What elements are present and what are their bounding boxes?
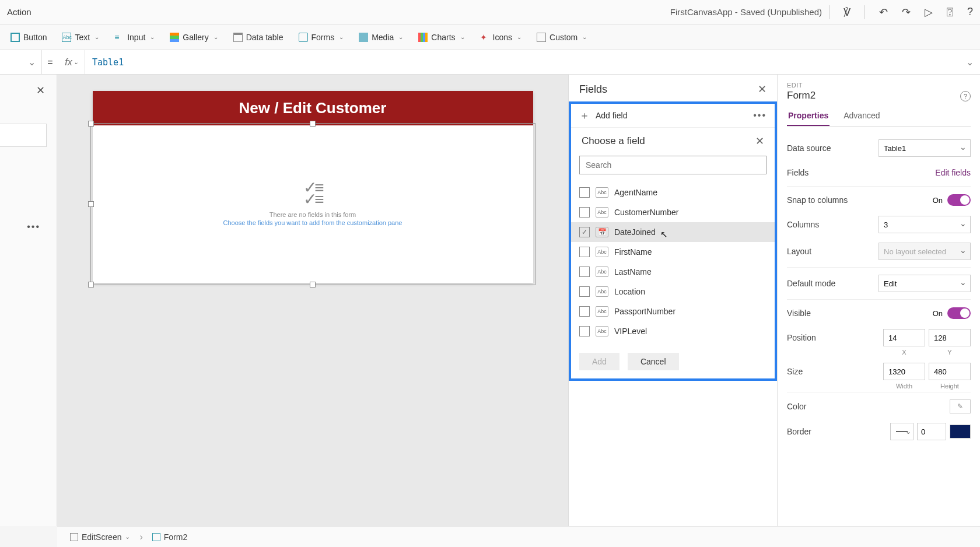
text-type-icon: Abc bbox=[596, 247, 608, 257]
text-type-icon: Abc bbox=[596, 267, 608, 277]
screen-icon bbox=[70, 533, 78, 541]
tab-properties[interactable]: Properties bbox=[787, 108, 830, 126]
position-label: Position bbox=[787, 333, 816, 342]
layout-select: No layout selected bbox=[878, 243, 971, 260]
size-width-input[interactable] bbox=[883, 363, 925, 380]
checkbox[interactable] bbox=[579, 267, 590, 277]
panel-help-icon[interactable]: ? bbox=[960, 91, 971, 101]
input-insert[interactable]: ≡Input⌄ bbox=[108, 29, 160, 45]
formula-bar: ⌄ = fx⌄ Table1 ⌄ bbox=[0, 50, 980, 75]
field-item-viplevel[interactable]: Abc VIPLevel bbox=[571, 321, 775, 341]
checkbox[interactable] bbox=[579, 207, 590, 218]
fields-pane: Fields ✕ ＋ Add field ••• Choose a field … bbox=[568, 75, 777, 526]
defaultmode-select[interactable]: Edit bbox=[878, 275, 971, 292]
redo-icon[interactable]: ↷ bbox=[902, 6, 911, 19]
custom-insert[interactable]: Custom⌄ bbox=[531, 29, 593, 45]
help-icon[interactable]: ? bbox=[967, 6, 973, 18]
tab-advanced[interactable]: Advanced bbox=[842, 108, 881, 126]
add-field-button[interactable]: Add field bbox=[596, 111, 753, 120]
columns-select[interactable]: 3 bbox=[878, 216, 971, 233]
add-field-more-icon[interactable]: ••• bbox=[753, 110, 766, 121]
diagnostics-icon[interactable]: ℣ bbox=[844, 6, 850, 19]
tree-view-panel: ✕ ••• bbox=[0, 75, 57, 526]
undo-icon[interactable]: ↶ bbox=[879, 6, 888, 19]
datatable-insert[interactable]: Data table bbox=[228, 29, 289, 45]
property-selector[interactable]: ⌄ bbox=[0, 50, 42, 74]
field-item-agentname[interactable]: Abc AgentName bbox=[571, 183, 775, 202]
share-icon[interactable]: ⍰ bbox=[947, 6, 953, 18]
field-item-location[interactable]: Abc Location bbox=[571, 282, 775, 301]
button-insert[interactable]: Button bbox=[5, 29, 52, 45]
field-item-lastname[interactable]: Abc LastName bbox=[571, 262, 775, 282]
field-item-firstname[interactable]: Abc FirstName bbox=[571, 242, 775, 262]
choose-field-title: Choose a field bbox=[582, 135, 645, 147]
formula-input[interactable]: Table1 bbox=[85, 57, 959, 68]
field-item-customernumber[interactable]: Abc CustomerNumber bbox=[571, 202, 775, 222]
size-label: Size bbox=[787, 367, 803, 376]
fx-icon[interactable]: fx⌄ bbox=[58, 50, 85, 74]
date-type-icon: 📅 bbox=[596, 227, 608, 237]
checkbox[interactable] bbox=[579, 247, 590, 257]
columns-label: Columns bbox=[787, 220, 819, 229]
app-title: FirstCanvasApp - Saved (Unpublished) bbox=[670, 7, 822, 17]
layout-label: Layout bbox=[787, 247, 811, 256]
text-type-icon: Abc bbox=[596, 207, 608, 218]
field-search-input[interactable] bbox=[579, 156, 766, 174]
checkbox[interactable]: ✓ bbox=[579, 227, 590, 237]
play-icon[interactable]: ▷ bbox=[925, 6, 933, 19]
gallery-insert[interactable]: Gallery⌄ bbox=[164, 29, 223, 45]
form-control[interactable]: ✓≡✓≡ There are no fields in this form Ch… bbox=[93, 125, 533, 283]
cursor-icon: ↖ bbox=[660, 229, 668, 240]
color-label: Color bbox=[787, 402, 806, 411]
border-color-picker[interactable] bbox=[950, 425, 971, 439]
border-width-input[interactable] bbox=[917, 423, 946, 440]
fields-close-icon[interactable]: ✕ bbox=[758, 83, 766, 96]
control-name: Form2 bbox=[787, 90, 971, 101]
panel-close-icon[interactable]: ✕ bbox=[36, 84, 45, 97]
breadcrumb: EditScreen ⌄ › Form2 bbox=[57, 526, 980, 547]
forms-insert[interactable]: Forms⌄ bbox=[293, 29, 350, 45]
checkbox[interactable] bbox=[579, 187, 590, 198]
icons-insert[interactable]: ✦Icons⌄ bbox=[474, 29, 527, 45]
snap-label: Snap to columns bbox=[787, 195, 848, 205]
charts-insert[interactable]: Charts⌄ bbox=[412, 29, 470, 45]
datasource-select[interactable]: Table1 bbox=[878, 139, 971, 157]
position-y-input[interactable] bbox=[929, 329, 971, 346]
action-menu[interactable]: Action bbox=[7, 7, 32, 17]
text-type-icon: Abc bbox=[596, 187, 608, 198]
choose-close-icon[interactable]: ✕ bbox=[755, 135, 764, 148]
tree-search[interactable] bbox=[0, 124, 47, 147]
form-icon bbox=[152, 533, 160, 541]
app-canvas: New / Edit Customer ✓≡✓≡ There are no fi… bbox=[93, 91, 533, 283]
field-item-datejoined[interactable]: ✓ 📅 DateJoined ↖ bbox=[571, 222, 775, 242]
border-style-select[interactable] bbox=[890, 423, 914, 440]
field-item-passportnumber[interactable]: Abc PassportNumber bbox=[571, 301, 775, 321]
edit-label: EDIT bbox=[787, 82, 971, 89]
breadcrumb-editscreen[interactable]: EditScreen ⌄ bbox=[65, 531, 135, 544]
datasource-label: Data source bbox=[787, 143, 831, 153]
checkbox[interactable] bbox=[579, 306, 590, 317]
text-insert[interactable]: AbcText⌄ bbox=[56, 29, 105, 45]
text-type-icon: Abc bbox=[596, 286, 608, 297]
size-height-input[interactable] bbox=[929, 363, 971, 380]
breadcrumb-form2[interactable]: Form2 bbox=[148, 531, 192, 544]
position-x-input[interactable] bbox=[883, 329, 925, 346]
cancel-button[interactable]: Cancel bbox=[628, 353, 679, 370]
field-picker: ＋ Add field ••• Choose a field ✕ Abc Age… bbox=[569, 101, 777, 381]
add-button[interactable]: Add bbox=[579, 353, 620, 370]
checkbox[interactable] bbox=[579, 286, 590, 297]
visible-toggle[interactable] bbox=[947, 307, 971, 319]
snap-toggle[interactable] bbox=[947, 194, 971, 206]
insert-toolbar: Button AbcText⌄ ≡Input⌄ Gallery⌄ Data ta… bbox=[0, 24, 980, 50]
visible-label: Visible bbox=[787, 308, 811, 318]
snap-value: On bbox=[933, 196, 943, 205]
fields-pane-title: Fields bbox=[579, 83, 607, 96]
color-picker[interactable]: ✎ bbox=[950, 399, 971, 413]
text-type-icon: Abc bbox=[596, 306, 608, 317]
checkbox[interactable] bbox=[579, 326, 590, 336]
formula-expand-icon[interactable]: ⌄ bbox=[959, 57, 980, 68]
defaultmode-label: Default mode bbox=[787, 279, 835, 288]
media-insert[interactable]: Media⌄ bbox=[353, 29, 409, 45]
edit-fields-link[interactable]: Edit fields bbox=[935, 168, 971, 177]
tree-item-more-icon[interactable]: ••• bbox=[27, 222, 40, 232]
